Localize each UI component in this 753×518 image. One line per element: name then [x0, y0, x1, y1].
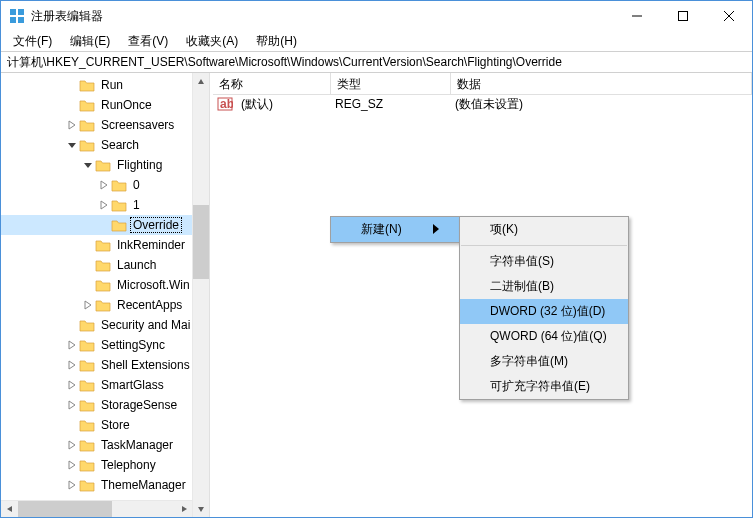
svg-marker-9 [68, 143, 76, 148]
expand-icon[interactable] [65, 358, 79, 372]
expander-placeholder [81, 278, 95, 292]
expand-icon[interactable] [65, 378, 79, 392]
tree-item-label: InkReminder [114, 237, 188, 253]
new-key[interactable]: 项(K) [460, 217, 628, 242]
new-expandstring-value[interactable]: 可扩充字符串值(E) [460, 374, 628, 399]
scroll-up-button[interactable] [193, 73, 209, 90]
scroll-thumb[interactable] [193, 205, 209, 279]
tree-item-label: ThemeManager [98, 477, 189, 493]
expand-icon[interactable] [65, 458, 79, 472]
collapse-icon[interactable] [65, 138, 79, 152]
window-controls [614, 1, 752, 31]
tree-item-1[interactable]: 1 [1, 195, 192, 215]
tree-item-thememanager[interactable]: ThemeManager [1, 475, 192, 495]
tree-item-search[interactable]: Search [1, 135, 192, 155]
close-button[interactable] [706, 1, 752, 31]
scroll-down-button[interactable] [193, 500, 209, 517]
tree-panel: RunRunOnceScreensaversSearchFlighting01O… [1, 73, 209, 517]
context-menu: 新建(N) [330, 216, 460, 243]
folder-icon [79, 358, 95, 372]
registry-tree[interactable]: RunRunOnceScreensaversSearchFlighting01O… [1, 73, 192, 497]
tree-item-microsoft-win[interactable]: Microsoft.Win [1, 275, 192, 295]
app-icon [9, 8, 25, 24]
menu-help[interactable]: 帮助(H) [248, 31, 305, 51]
menu-view[interactable]: 查看(V) [120, 31, 176, 51]
tree-item-smartglass[interactable]: SmartGlass [1, 375, 192, 395]
expand-icon[interactable] [65, 118, 79, 132]
maximize-button[interactable] [660, 1, 706, 31]
svg-marker-17 [69, 401, 75, 409]
address-bar[interactable]: 计算机\HKEY_CURRENT_USER\Software\Microsoft… [1, 51, 752, 73]
window-title: 注册表编辑器 [31, 8, 614, 25]
column-type[interactable]: 类型 [331, 73, 451, 94]
tree-item-settingsync[interactable]: SettingSync [1, 335, 192, 355]
tree-item-inkreminder[interactable]: InkReminder [1, 235, 192, 255]
folder-icon [79, 418, 95, 432]
tree-item-security-and-mai[interactable]: Security and Mai [1, 315, 192, 335]
new-dword-value[interactable]: DWORD (32 位)值(D) [460, 299, 628, 324]
expander-placeholder [81, 258, 95, 272]
expand-icon[interactable] [65, 478, 79, 492]
tree-item-label: Store [98, 417, 133, 433]
tree-vertical-scrollbar[interactable] [192, 73, 209, 517]
tree-item-taskmanager[interactable]: TaskManager [1, 435, 192, 455]
tree-item-flighting[interactable]: Flighting [1, 155, 192, 175]
svg-marker-8 [69, 121, 75, 129]
folder-icon [79, 138, 95, 152]
expand-icon[interactable] [97, 198, 111, 212]
new-qword-value[interactable]: QWORD (64 位)值(Q) [460, 324, 628, 349]
scroll-right-button[interactable] [175, 501, 192, 517]
new-binary-value[interactable]: 二进制值(B) [460, 274, 628, 299]
tree-item-override[interactable]: Override [1, 215, 192, 235]
tree-item-label: Override [130, 217, 182, 233]
tree-item-store[interactable]: Store [1, 415, 192, 435]
menu-favorites[interactable]: 收藏夹(A) [178, 31, 246, 51]
svg-marker-23 [7, 506, 12, 512]
expand-icon[interactable] [81, 298, 95, 312]
collapse-icon[interactable] [81, 158, 95, 172]
tree-item-label: Run [98, 77, 126, 93]
expand-icon[interactable] [65, 438, 79, 452]
tree-item-run[interactable]: Run [1, 75, 192, 95]
expander-placeholder [65, 418, 79, 432]
folder-icon [79, 118, 95, 132]
tree-item-runonce[interactable]: RunOnce [1, 95, 192, 115]
context-menu-new[interactable]: 新建(N) [331, 217, 459, 242]
list-body[interactable]: ab (默认) REG_SZ (数值未设置) 新建(N) 项(K) 字符串值(S… [213, 95, 752, 517]
tree-item-0[interactable]: 0 [1, 175, 192, 195]
new-multistring-value[interactable]: 多字符串值(M) [460, 349, 628, 374]
svg-marker-24 [182, 506, 187, 512]
folder-icon [79, 318, 95, 332]
svg-text:ab: ab [220, 97, 233, 111]
menu-file[interactable]: 文件(F) [5, 31, 60, 51]
folder-icon [79, 378, 95, 392]
column-data[interactable]: 数据 [451, 73, 752, 94]
tree-item-recentapps[interactable]: RecentApps [1, 295, 192, 315]
tree-item-storagesense[interactable]: StorageSense [1, 395, 192, 415]
expand-icon[interactable] [97, 178, 111, 192]
menu-edit[interactable]: 编辑(E) [62, 31, 118, 51]
tree-item-screensavers[interactable]: Screensavers [1, 115, 192, 135]
tree-horizontal-scrollbar[interactable] [1, 500, 192, 517]
tree-item-label: Microsoft.Win [114, 277, 193, 293]
svg-rect-0 [10, 9, 16, 15]
scroll-thumb-h[interactable] [18, 501, 112, 517]
list-row[interactable]: ab (默认) REG_SZ (数值未设置) [213, 95, 752, 113]
tree-item-shell-extensions[interactable]: Shell Extensions [1, 355, 192, 375]
expand-icon[interactable] [65, 338, 79, 352]
scroll-left-button[interactable] [1, 501, 18, 517]
svg-marker-20 [69, 481, 75, 489]
column-name[interactable]: 名称 [213, 73, 331, 94]
expand-icon[interactable] [65, 398, 79, 412]
new-string-value[interactable]: 字符串值(S) [460, 249, 628, 274]
minimize-button[interactable] [614, 1, 660, 31]
tree-item-telephony[interactable]: Telephony [1, 455, 192, 475]
folder-icon [95, 158, 111, 172]
svg-marker-27 [433, 224, 439, 234]
value-data: (数值未设置) [449, 95, 529, 114]
svg-marker-15 [69, 361, 75, 369]
tree-item-launch[interactable]: Launch [1, 255, 192, 275]
svg-rect-5 [679, 12, 688, 21]
tree-item-label: 0 [130, 177, 143, 193]
folder-icon [95, 258, 111, 272]
